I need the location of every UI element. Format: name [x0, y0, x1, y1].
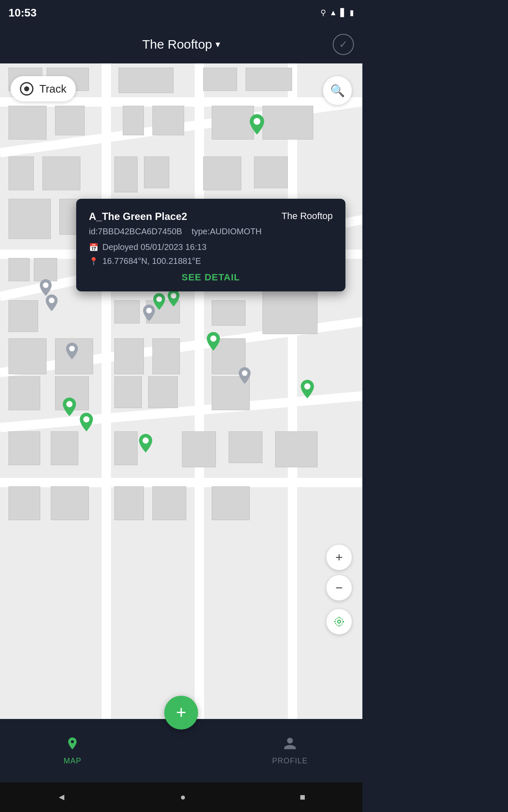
- wifi-icon: ▲: [329, 8, 337, 17]
- building: [246, 68, 292, 91]
- map-marker-gray[interactable]: [40, 279, 52, 296]
- building: [182, 431, 216, 467]
- map-marker-gray[interactable]: [143, 304, 155, 321]
- building: [148, 376, 178, 408]
- building: [8, 106, 47, 140]
- building: [152, 338, 180, 374]
- popup-header: A_The Green Place2 The Rooftop: [89, 211, 333, 222]
- building: [203, 156, 241, 190]
- map-area[interactable]: Track 🔍: [0, 63, 362, 719]
- status-time: 10:53: [8, 6, 37, 19]
- map-marker-green[interactable]: [139, 434, 152, 453]
- dropdown-arrow-icon: ▾: [215, 39, 220, 50]
- calendar-icon: 📅: [89, 243, 98, 252]
- svg-point-9: [43, 283, 48, 288]
- track-button[interactable]: Track: [11, 76, 76, 102]
- street: [102, 63, 111, 719]
- popup-id-row: id:7BBD42BCA6D7450B type:AUDIOMOTH: [89, 227, 333, 236]
- map-marker-gray[interactable]: [66, 343, 78, 359]
- app-title-text: The Rooftop: [142, 37, 212, 52]
- check-icon: ✓: [339, 38, 348, 50]
- building: [114, 431, 138, 465]
- building: [8, 156, 34, 190]
- android-navigation-bar: ◄ ● ■: [0, 782, 362, 812]
- building: [51, 431, 78, 465]
- building: [212, 486, 250, 520]
- street: [195, 63, 204, 719]
- building: [42, 156, 80, 190]
- profile-nav-label: PROFILE: [272, 757, 308, 765]
- map-marker-gray[interactable]: [239, 367, 251, 384]
- add-fab-button[interactable]: +: [164, 696, 198, 730]
- building: [8, 338, 47, 374]
- signal-icon: ▋: [340, 8, 346, 17]
- top-bar: The Rooftop ▾ ✓: [0, 25, 362, 63]
- svg-point-6: [66, 401, 73, 407]
- map-marker-green[interactable]: [301, 380, 314, 398]
- android-home-button[interactable]: ●: [180, 792, 186, 803]
- map-marker-green[interactable]: [153, 293, 165, 310]
- search-icon: 🔍: [330, 84, 345, 98]
- nav-map[interactable]: MAP: [0, 736, 145, 765]
- app-title[interactable]: The Rooftop ▾: [142, 37, 220, 52]
- building: [144, 156, 169, 188]
- map-marker-green[interactable]: [63, 398, 76, 416]
- android-recent-button[interactable]: ■: [300, 792, 305, 803]
- popup-device-id: id:7BBD42BCA6D7450B: [89, 227, 182, 236]
- popup-coordinates: 16.77684°N, 100.21881°E: [102, 256, 201, 266]
- building: [8, 258, 30, 281]
- location-status-icon: ⚲: [320, 8, 326, 17]
- map-nav-label: MAP: [64, 757, 81, 765]
- see-detail-button[interactable]: SEE DETAIL: [182, 272, 240, 283]
- svg-point-8: [143, 437, 149, 444]
- building: [254, 156, 288, 188]
- status-bar: 10:53 ⚲ ▲ ▋ ▮: [0, 0, 362, 25]
- street: [288, 63, 297, 719]
- svg-point-13: [242, 370, 247, 376]
- popup-deployed-text: Deployed 05/01/2023 16:13: [102, 242, 207, 252]
- building: [114, 376, 142, 408]
- building: [51, 486, 89, 520]
- svg-point-4: [210, 335, 217, 342]
- map-marker-green[interactable]: [207, 332, 220, 351]
- popup-name: A_The Green Place2: [89, 211, 187, 222]
- track-inner-dot: [24, 86, 29, 91]
- my-location-button[interactable]: [326, 609, 352, 634]
- nav-profile[interactable]: PROFILE: [218, 736, 362, 765]
- building: [114, 338, 144, 374]
- map-marker-gray[interactable]: [46, 294, 58, 311]
- building: [8, 486, 40, 520]
- popup-cta[interactable]: SEE DETAIL: [89, 272, 333, 283]
- building: [8, 199, 51, 239]
- svg-point-15: [335, 618, 343, 626]
- zoom-in-button[interactable]: +: [326, 545, 352, 570]
- confirm-button[interactable]: ✓: [333, 34, 354, 55]
- location-info-popup: A_The Green Place2 The Rooftop id:7BBD42…: [76, 199, 345, 291]
- popup-device-type: type:AUDIOMOTH: [191, 227, 262, 236]
- status-icons: ⚲ ▲ ▋ ▮: [320, 8, 354, 17]
- svg-point-12: [69, 346, 75, 351]
- building: [114, 300, 140, 324]
- zoom-out-button[interactable]: −: [326, 575, 352, 601]
- svg-point-7: [83, 416, 90, 422]
- building: [119, 68, 174, 93]
- building: [123, 106, 144, 135]
- building: [34, 258, 57, 281]
- building: [229, 431, 262, 463]
- popup-deployed-row: 📅 Deployed 05/01/2023 16:13: [89, 242, 333, 252]
- android-back-button[interactable]: ◄: [57, 792, 66, 803]
- map-background: Track 🔍: [0, 63, 362, 719]
- building: [114, 156, 138, 192]
- svg-point-11: [146, 308, 152, 313]
- search-button[interactable]: 🔍: [323, 76, 352, 105]
- fab-plus-icon: +: [176, 704, 187, 721]
- map-marker-green[interactable]: [168, 290, 179, 307]
- svg-point-2: [156, 296, 162, 302]
- map-marker-green[interactable]: [250, 114, 264, 134]
- svg-point-5: [304, 383, 311, 390]
- building: [152, 106, 184, 135]
- track-icon: [20, 82, 33, 96]
- building: [275, 431, 318, 467]
- map-marker-green[interactable]: [80, 413, 93, 431]
- popup-coords-row: 📍 16.77684°N, 100.21881°E: [89, 256, 333, 266]
